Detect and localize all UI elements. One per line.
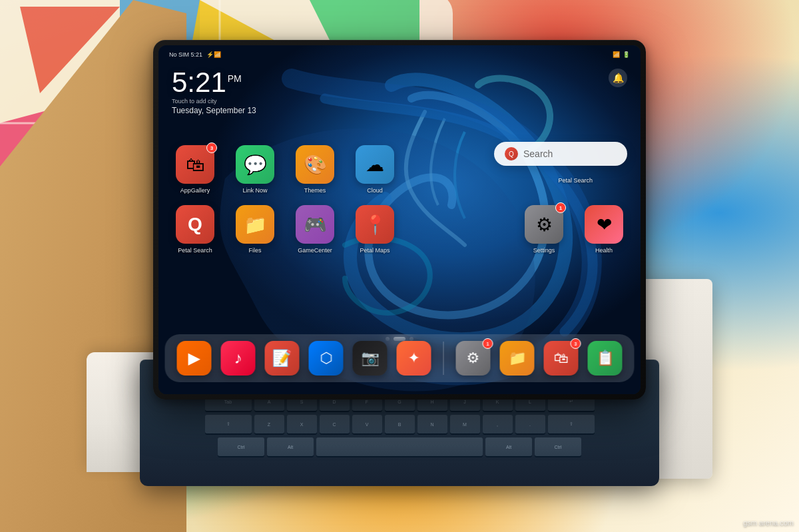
health-glyph: ❤ [597,214,612,236]
dock-settings-badge: 1 [483,338,493,349]
app-linknow[interactable]: 💬 Link Now [232,145,278,194]
dock-memos-icon: 📋 [596,350,614,367]
key-x[interactable]: X [287,415,317,433]
files-icon[interactable]: 📁 [236,205,274,244]
petalsearch-icon[interactable]: Q [176,205,214,244]
app-themes[interactable]: 🎨 Themes [292,145,338,194]
appgallery-glyph: 🛍 [186,154,204,176]
dock-browser-app[interactable]: ⬡ [309,341,344,376]
app-settings[interactable]: ⚙ 1 Settings [521,205,567,254]
themes-glyph: 🎨 [304,154,327,176]
status-right: 📶 🔋 [613,51,630,58]
files-glyph: 📁 [244,214,267,236]
petalmaps-glyph: 📍 [364,214,387,236]
dock-photos-icon: ✦ [408,350,420,367]
dock-camera-app[interactable]: 📷 [353,341,388,376]
clock-time: 5:21PM [172,69,256,97]
dock-settings-icon: ⚙ [467,350,480,367]
app-petalsearch[interactable]: Q Petal Search [172,205,218,254]
app-petalmaps[interactable]: 📍 Petal Maps [352,205,398,254]
clock-widget: 5:21PM Touch to add city Tuesday, Septem… [172,69,256,115]
tablet-bezel: No SIM 5:21 ⚡📶 📶 🔋 5:21PM Touch to add c… [153,40,646,399]
linknow-glyph: 💬 [244,154,267,176]
gamecenter-icon[interactable]: 🎮 [296,205,334,244]
key-period[interactable]: . [515,415,545,433]
gamecenter-label: GameCenter [298,247,332,254]
dock-music-app[interactable]: ♪ [221,341,256,376]
app-row-2: Q Petal Search 📁 Files 🎮 GameCenter [172,205,398,254]
key-alt-r[interactable]: Alt [485,437,532,456]
dock-video-icon: ▶ [188,349,200,368]
dock-settings-app[interactable]: ⚙ 1 [456,341,491,376]
files-label: Files [248,247,261,254]
clock-hour-min: 5:21 [172,67,226,98]
petalsearch-label: Petal Search [178,247,212,254]
key-m[interactable]: M [450,415,480,433]
dock-appgallery-app[interactable]: 🛍 3 [544,341,579,376]
dock-divider [443,342,444,375]
dock-camera-icon: 📷 [361,350,379,367]
key-c[interactable]: C [320,415,350,433]
key-shift-r[interactable]: ⇧ [548,415,595,433]
dock-appgallery-badge: 3 [571,338,581,349]
dock-appgallery-icon: 🛍 [554,350,569,367]
key-ctrl[interactable]: Ctrl [218,437,264,456]
petalmaps-label: Petal Maps [360,247,390,254]
settings-glyph: ⚙ [536,214,553,236]
clock-touch-text: Touch to add city [172,98,256,105]
key-row-4: Ctrl Alt Alt Ctrl [150,437,649,456]
dock-music-icon: ♪ [234,349,242,368]
dock-notes-app[interactable]: 📝 [265,341,300,376]
settings-icon[interactable]: ⚙ 1 [525,205,563,244]
themes-label: Themes [304,187,326,194]
key-shift-l[interactable]: ⇧ [205,415,252,433]
app-gamecenter[interactable]: 🎮 GameCenter [292,205,338,254]
health-icon[interactable]: ❤ [585,205,623,244]
dock-browser-icon: ⬡ [320,350,332,367]
key-ctrl-r[interactable]: Ctrl [535,437,581,456]
key-z[interactable]: Z [254,415,284,433]
gamecenter-glyph: 🎮 [304,214,327,236]
key-row-3: ⇧ Z X C V B N M , . ⇧ [150,415,649,433]
appgallery-icon[interactable]: 🛍 3 [176,145,214,184]
petalsearch-glyph: Q [188,214,202,235]
cloud-icon[interactable]: ☁ [356,145,394,184]
tablet-container: Q W E R T Y U I O P ⌫ Tab A S D F G H [133,40,679,506]
key-v[interactable]: V [352,415,382,433]
key-n[interactable]: N [417,415,447,433]
themes-icon[interactable]: 🎨 [296,145,334,184]
key-space[interactable] [316,437,483,456]
petalmaps-icon[interactable]: 📍 [356,205,394,244]
status-sim: No SIM 5:21 [169,51,202,58]
cloud-glyph: ☁ [366,154,384,176]
settings-badge: 1 [555,202,566,213]
tablet-screen: No SIM 5:21 ⚡📶 📶 🔋 5:21PM Touch to add c… [158,45,641,394]
search-widget[interactable]: Q Search [494,142,627,166]
linknow-label: Link Now [242,187,267,194]
dock-video-app[interactable]: ▶ [177,341,212,376]
app-row-right: ⚙ 1 Settings ❤ Health [521,205,627,254]
dock-files-app[interactable]: 📁 [500,341,535,376]
status-icons: ⚡📶 [206,51,221,58]
search-text: Search [523,148,553,159]
health-label: Health [595,247,613,254]
dock-memos-app[interactable]: 📋 [588,341,623,376]
dock-files-icon: 📁 [508,350,526,367]
status-wifi-icon: 📶 [613,51,620,58]
status-left: No SIM 5:21 ⚡📶 [169,51,221,58]
dock-photos-app[interactable]: ✦ [397,341,431,376]
linknow-icon[interactable]: 💬 [236,145,274,184]
app-appgallery[interactable]: 🛍 3 AppGallery [172,145,218,194]
petal-search-app-label: Petal Search [558,177,593,184]
watermark: gsm arena.com [743,519,794,527]
app-files[interactable]: 📁 Files [232,205,278,254]
app-cloud[interactable]: ☁ Cloud [352,145,398,194]
key-comma[interactable]: , [483,415,513,433]
app-health[interactable]: ❤ Health [581,205,627,254]
clock-date: Tuesday, September 13 [172,106,256,115]
notification-icon[interactable]: 🔔 [609,69,627,87]
key-b[interactable]: B [385,415,415,433]
appgallery-label: AppGallery [180,187,210,194]
key-alt[interactable]: Alt [267,437,314,456]
notification-bell-icon: 🔔 [613,73,624,83]
